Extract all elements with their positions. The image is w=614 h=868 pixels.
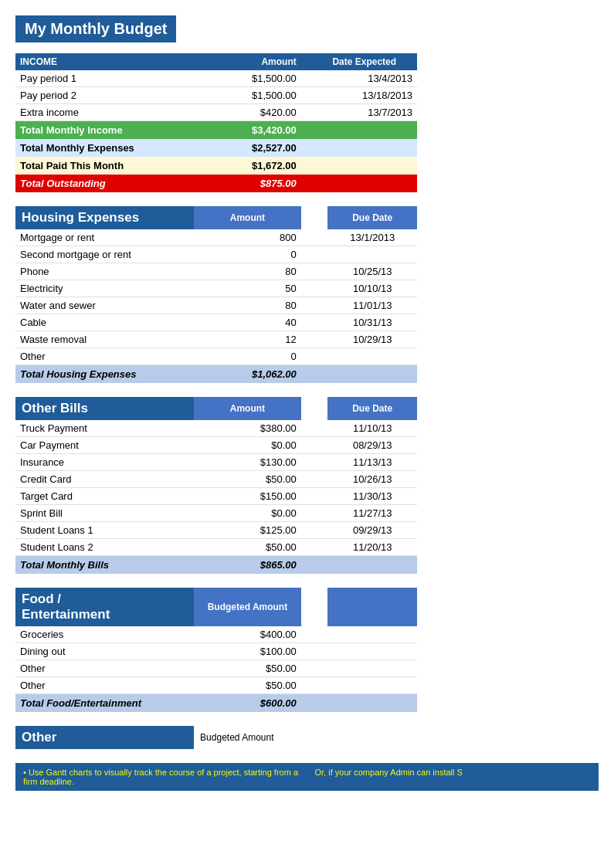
bottom-bar-left: • Use Gantt charts to visually track the… <box>23 768 300 786</box>
income-amount-2: $1,500.00 <box>194 87 301 104</box>
other-bills-row-4: Credit Card $50.00 10/26/13 <box>15 471 417 488</box>
housing-date-4: 10/10/13 <box>327 280 417 297</box>
food-amount-2: $100.00 <box>194 643 301 660</box>
housing-row-6: Cable 40 10/31/13 <box>15 314 417 331</box>
food-gap-header <box>301 588 328 626</box>
housing-header-row: Housing Expenses Amount Due Date <box>15 206 417 229</box>
other-bills-row-6: Sprint Bill $0.00 11/27/13 <box>15 505 417 522</box>
other-bills-amount-3: $130.00 <box>194 454 301 471</box>
housing-row-7: Waste removal 12 10/29/13 <box>15 331 417 348</box>
housing-date-6: 10/31/13 <box>327 314 417 331</box>
food-row-4: Other $50.00 <box>15 677 417 694</box>
housing-total-value: $1,062.00 <box>194 365 301 384</box>
other-bills-label-7: Student Loans 1 <box>15 522 194 539</box>
housing-label-5: Water and sewer <box>15 297 194 314</box>
food-total-label: Total Food/Entertainment <box>15 694 194 713</box>
housing-label-6: Cable <box>15 314 194 331</box>
food-amount-1: $400.00 <box>194 626 301 643</box>
housing-due-header: Due Date <box>327 206 417 229</box>
total-outstanding-row: Total Outstanding $875.00 <box>15 175 417 192</box>
other-bills-total-row: Total Monthly Bills $865.00 <box>15 556 417 575</box>
housing-row-3: Phone 80 10/25/13 <box>15 263 417 280</box>
other-bills-amount-1: $380.00 <box>194 420 301 437</box>
housing-date-3: 10/25/13 <box>327 263 417 280</box>
other-bills-amount-8: $50.00 <box>194 539 301 556</box>
food-total-row: Total Food/Entertainment $600.00 <box>15 694 417 713</box>
total-expenses-label: Total Monthly Expenses <box>15 139 194 157</box>
income-gap-header <box>301 53 328 70</box>
housing-label-2: Second mortgage or rent <box>15 246 194 263</box>
housing-date-2 <box>327 246 417 263</box>
income-row-1: Pay period 1 $1,500.00 13/4/2013 <box>15 70 417 87</box>
other-bills-label-6: Sprint Bill <box>15 505 194 522</box>
housing-total-row: Total Housing Expenses $1,062.00 <box>15 365 417 384</box>
housing-row-5: Water and sewer 80 11/01/13 <box>15 297 417 314</box>
housing-label-7: Waste removal <box>15 331 194 348</box>
housing-date-1: 13/1/2013 <box>327 229 417 246</box>
other-bills-row-5: Target Card $150.00 11/30/13 <box>15 488 417 505</box>
other-bills-label-1: Truck Payment <box>15 420 194 437</box>
food-label-3: Other <box>15 660 194 677</box>
other-bills-amount-4: $50.00 <box>194 471 301 488</box>
other-bills-date-1: 11/10/13 <box>327 420 417 437</box>
other-bills-row-3: Insurance $130.00 11/13/13 <box>15 454 417 471</box>
income-amount-3: $420.00 <box>194 104 301 121</box>
food-label-4: Other <box>15 677 194 694</box>
housing-amount-5: 80 <box>194 297 301 314</box>
income-amount-1: $1,500.00 <box>194 70 301 87</box>
income-date-3: 13/7/2013 <box>327 104 417 121</box>
other-bills-row-7: Student Loans 1 $125.00 09/29/13 <box>15 522 417 539</box>
other-table: Other Budgeted Amount <box>15 726 417 749</box>
housing-amount-3: 80 <box>194 263 301 280</box>
other-bills-row-8: Student Loans 2 $50.00 11/20/13 <box>15 539 417 556</box>
housing-date-7: 10/29/13 <box>327 331 417 348</box>
bottom-bar: • Use Gantt charts to visually track the… <box>15 763 599 791</box>
income-amount-header: Amount <box>194 53 301 70</box>
housing-section-title: Housing Expenses <box>15 206 194 229</box>
housing-label-3: Phone <box>15 263 194 280</box>
income-table: INCOME Amount Date Expected Pay period 1… <box>15 53 417 192</box>
other-bills-row-1: Truck Payment $380.00 11/10/13 <box>15 420 417 437</box>
housing-amount-1: 800 <box>194 229 301 246</box>
food-row-2: Dining out $100.00 <box>15 643 417 660</box>
food-amount-header: Budgeted Amount <box>194 588 301 626</box>
housing-amount-6: 40 <box>194 314 301 331</box>
other-bills-label-5: Target Card <box>15 488 194 505</box>
income-label-3: Extra income <box>15 104 194 121</box>
income-date-header: Date Expected <box>327 53 417 70</box>
other-bills-label-8: Student Loans 2 <box>15 539 194 556</box>
food-label-2: Dining out <box>15 643 194 660</box>
income-row-3: Extra income $420.00 13/7/2013 <box>15 104 417 121</box>
income-date-2: 13/18/2013 <box>327 87 417 104</box>
food-row-1: Groceries $400.00 <box>15 626 417 643</box>
page-title: My Monthly Budget <box>15 15 176 42</box>
other-gap-header <box>301 726 328 749</box>
other-bills-date-2: 08/29/13 <box>327 437 417 454</box>
other-bills-label-2: Car Payment <box>15 437 194 454</box>
housing-label-4: Electricity <box>15 280 194 297</box>
total-paid-label: Total Paid This Month <box>15 157 194 175</box>
other-bills-amount-header: Amount <box>194 397 301 420</box>
other-bills-due-header: Due Date <box>327 397 417 420</box>
total-expenses-row: Total Monthly Expenses $2,527.00 <box>15 139 417 157</box>
other-extra-header <box>327 726 417 749</box>
housing-label-8: Other <box>15 348 194 365</box>
housing-amount-8: 0 <box>194 348 301 365</box>
total-outstanding-label: Total Outstanding <box>15 175 194 192</box>
housing-gap-header <box>301 206 328 229</box>
total-income-row: Total Monthly Income $3,420.00 <box>15 121 417 140</box>
other-header-row: Other Budgeted Amount <box>15 726 417 749</box>
total-income-value: $3,420.00 <box>194 121 301 140</box>
food-extra-header <box>327 588 417 626</box>
other-amount-header: Budgeted Amount <box>194 726 301 749</box>
other-bills-date-8: 11/20/13 <box>327 539 417 556</box>
income-date-1: 13/4/2013 <box>327 70 417 87</box>
bottom-bar-right: Or, if your company Admin can install S <box>315 768 592 786</box>
housing-row-8: Other 0 <box>15 348 417 365</box>
other-bills-label-4: Credit Card <box>15 471 194 488</box>
total-outstanding-value: $875.00 <box>194 175 301 192</box>
other-section-title: Other <box>15 726 194 749</box>
income-header-label: INCOME <box>15 53 194 70</box>
housing-total-label: Total Housing Expenses <box>15 365 194 384</box>
food-section-title: Food / Entertainment <box>15 588 194 626</box>
